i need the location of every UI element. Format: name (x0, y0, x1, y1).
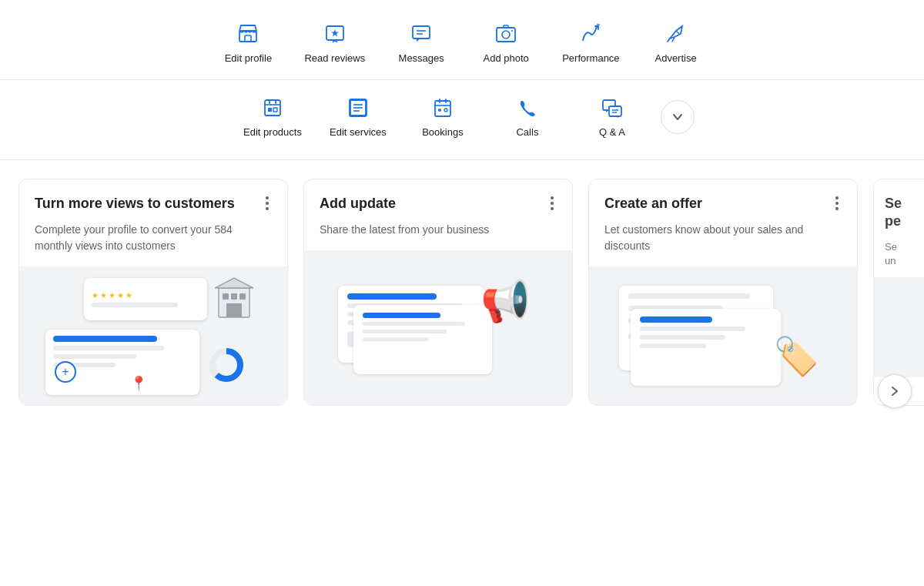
expand-nav-button[interactable] (661, 100, 695, 134)
cards-row: Turn more views to customers Complete yo… (0, 160, 924, 424)
offer-card-title: Create an offer (604, 195, 832, 213)
update-card-title: Add update (320, 195, 547, 213)
menu-dot (266, 207, 269, 210)
calls-icon (515, 95, 540, 120)
nav-label-qna: Q & A (599, 126, 625, 138)
update-card-desc: Share the latest from your business (304, 222, 572, 250)
nav-label-messages: Messages (399, 52, 444, 64)
partial-card-title: Se (885, 195, 924, 213)
cards-container: Turn more views to customers Complete yo… (0, 160, 924, 424)
photo-icon (494, 22, 518, 46)
offer-tag-icon: 🏷️ (773, 335, 819, 378)
menu-dot (266, 196, 269, 199)
menu-dot (551, 202, 554, 205)
views-card-menu[interactable] (263, 195, 272, 212)
svg-rect-24 (609, 106, 621, 116)
map-pin-icon: 📍 (130, 375, 147, 392)
update-illustration: 📢 (323, 263, 554, 393)
views-card-illustration: ★ ★ ★ ★ ★ (19, 266, 287, 405)
nav-item-performance[interactable]: Performance (548, 14, 633, 72)
nav-label-advertise: Advertise (654, 52, 696, 64)
star-5: ★ (126, 291, 132, 300)
nav-item-edit-profile[interactable]: Edit profile (206, 14, 290, 72)
svg-rect-4 (413, 26, 430, 39)
menu-dot (266, 202, 269, 205)
svg-rect-30 (239, 293, 246, 300)
views-card-header: Turn more views to customers (19, 179, 287, 222)
nav-item-bookings[interactable]: Bookings (400, 88, 485, 146)
menu-dot (551, 207, 554, 210)
nav-label-edit-services: Edit services (330, 126, 387, 138)
offer-card-menu[interactable] (832, 195, 842, 212)
nav-item-calls[interactable]: Calls (485, 88, 570, 146)
messages-icon (409, 22, 434, 46)
update-card-menu[interactable] (547, 195, 557, 212)
star-2: ★ (100, 291, 107, 300)
views-card: Turn more views to customers Complete yo… (18, 179, 288, 406)
nav-label-read-reviews: Read reviews (304, 52, 365, 64)
update-card-illustration: 📢 (304, 250, 572, 405)
svg-rect-7 (497, 28, 515, 42)
nav-row-1: Edit profile Read reviews Messages (0, 0, 924, 80)
products-icon (260, 95, 285, 120)
advertise-icon (664, 22, 688, 46)
store-icon (236, 22, 260, 46)
nav-label-add-photo: Add photo (484, 52, 529, 64)
blue-bar-1 (53, 336, 157, 342)
svg-rect-12 (265, 100, 280, 116)
nav-label-calls: Calls (516, 126, 538, 138)
nav-item-read-reviews[interactable]: Read reviews (290, 14, 379, 72)
svg-marker-3 (331, 29, 339, 36)
stars-line (92, 303, 178, 307)
nav-item-edit-services[interactable]: Edit services (316, 88, 400, 146)
star-1: ★ (92, 291, 99, 300)
offer-card: Create an offer Let customers know about… (588, 179, 858, 406)
stars-row: ★ ★ ★ ★ ★ (92, 291, 199, 300)
megaphone-icon: 📢 (480, 278, 531, 325)
menu-dot (551, 196, 554, 199)
nav-item-add-photo[interactable]: Add photo (464, 14, 548, 72)
performance-icon (578, 22, 603, 46)
nav-item-edit-products[interactable]: Edit products (229, 88, 316, 146)
partial-card-title2: pe (885, 213, 924, 230)
menu-dot (835, 207, 839, 210)
svg-rect-29 (231, 293, 237, 300)
bookings-icon (430, 95, 455, 120)
scroll-right-button[interactable] (878, 374, 912, 408)
offer-card-illustration: 🏷️ (589, 266, 857, 405)
update-card-header: Add update (304, 179, 572, 222)
svg-point-8 (502, 31, 510, 39)
illus-doc-front (353, 305, 492, 374)
menu-dot (835, 196, 839, 199)
nav-item-messages[interactable]: Messages (379, 14, 464, 72)
nav-item-qna[interactable]: Q & A (570, 88, 654, 146)
star-4: ★ (117, 291, 124, 300)
services-icon (346, 95, 370, 120)
qna-icon (600, 95, 624, 120)
offer-card-header: Create an offer (589, 179, 857, 222)
svg-marker-32 (215, 278, 253, 288)
nav-label-edit-profile: Edit profile (225, 52, 272, 64)
svg-rect-20 (435, 101, 450, 116)
nav-label-performance: Performance (562, 52, 619, 64)
nav-label-edit-products: Edit products (243, 126, 302, 138)
nav-label-bookings: Bookings (422, 126, 463, 138)
illus-offer-doc-front (631, 309, 781, 386)
update-card: Add update Share the latest from your bu… (303, 179, 573, 406)
views-card-desc: Complete your profile to convert your 58… (19, 222, 287, 266)
partial-card: Se pe Se un (873, 179, 924, 406)
views-illustration: ★ ★ ★ ★ ★ (38, 270, 269, 401)
offer-card-desc: Let customers know about your sales and … (589, 222, 857, 266)
star-3: ★ (109, 291, 116, 300)
nav-row-2: Edit products Edit services (0, 80, 924, 160)
partial-card-desc: Se un (874, 240, 924, 277)
gray-bar-2 (53, 354, 136, 359)
partial-card-illustration (874, 277, 924, 377)
nav-item-advertise[interactable]: Advertise (634, 14, 718, 72)
svg-point-22 (444, 109, 447, 112)
illus-stars-card: ★ ★ ★ ★ ★ (84, 278, 207, 320)
reviews-icon (323, 22, 347, 46)
donut-chart (207, 346, 246, 387)
svg-point-10 (596, 26, 598, 28)
offer-illustration: 🏷️ (608, 270, 839, 401)
